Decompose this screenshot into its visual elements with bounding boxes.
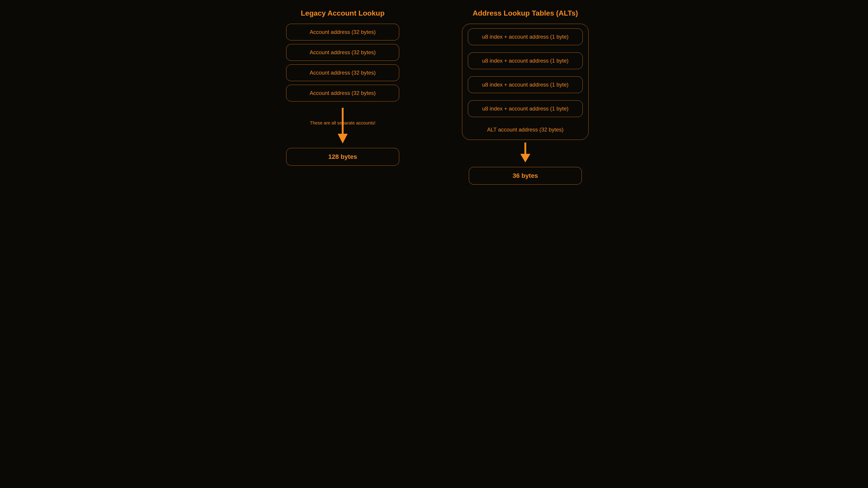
legacy-arrow-caption: These are all separate accounts!: [310, 121, 375, 126]
alt-result: 36 bytes: [469, 167, 582, 185]
legacy-row: Account address (32 bytes): [286, 44, 399, 61]
legacy-result: 128 bytes: [286, 148, 399, 166]
alt-title: Address Lookup Tables (ALTs): [473, 9, 578, 18]
alt-row: u8 index + account address (1 byte): [468, 29, 583, 45]
legacy-row: Account address (32 bytes): [286, 85, 399, 101]
svg-marker-1: [338, 134, 348, 143]
legacy-row: Account address (32 bytes): [286, 24, 399, 40]
arrow-down-icon: [519, 142, 532, 163]
legacy-column: Legacy Account Lookup Account address (3…: [260, 9, 425, 185]
legacy-title: Legacy Account Lookup: [301, 9, 384, 18]
legacy-arrow-group: These are all separate accounts!: [336, 108, 349, 144]
alt-column: Address Lookup Tables (ALTs) u8 index + …: [443, 9, 608, 185]
svg-marker-3: [520, 154, 530, 162]
alt-row: u8 index + account address (1 byte): [468, 53, 583, 69]
alt-container: u8 index + account address (1 byte) u8 i…: [462, 24, 589, 140]
arrow-down-icon: [336, 108, 349, 144]
alt-arrow-group: [519, 142, 532, 163]
alt-row: u8 index + account address (1 byte): [468, 100, 583, 117]
alt-container-footer: ALT account address (32 bytes): [468, 124, 583, 134]
alt-row: u8 index + account address (1 byte): [468, 76, 583, 93]
svg-rect-2: [524, 142, 526, 154]
diagram-canvas: Legacy Account Lookup Account address (3…: [260, 9, 608, 185]
legacy-row: Account address (32 bytes): [286, 64, 399, 81]
